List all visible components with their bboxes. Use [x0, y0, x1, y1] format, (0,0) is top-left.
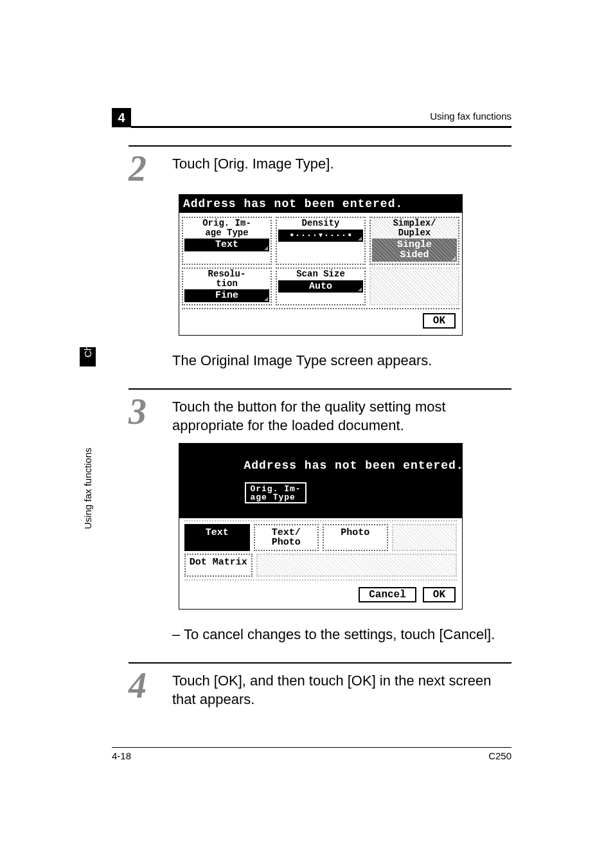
step-number: 3: [129, 393, 159, 429]
lcd1-resolution-button[interactable]: Resolu- tion Fine: [182, 267, 272, 305]
lcd2-tab-label: Orig. Im- age Type: [245, 482, 306, 503]
lcd2-header-text: Address has not been entered.: [244, 459, 463, 472]
lcd1-ok-button[interactable]: OK: [423, 313, 456, 329]
side-chapter-label: Chapter 4: [80, 347, 96, 366]
lcd2-option-blank: [392, 524, 458, 551]
step-note-text: – To cancel changes to the settings, tou…: [172, 625, 511, 644]
chapter-number-badge: 4: [112, 108, 131, 127]
lcd2-option-text-photo[interactable]: Text/ Photo: [254, 524, 319, 551]
lcd1-res-value: Fine: [184, 289, 269, 302]
lcd1-duplex-label: Simplex/ Duplex: [371, 219, 458, 237]
side-section-label: Using fax functions: [80, 512, 96, 532]
step-text: Touch [Orig. Image Type].: [172, 150, 511, 174]
lcd2-header: Address has not been entered. Orig. Im- …: [179, 444, 462, 518]
step-text: Touch [OK], and then touch [OK] in the n…: [172, 667, 511, 709]
lcd2-ok-button[interactable]: OK: [423, 587, 456, 602]
lcd1-density-button[interactable]: Density ▪····▾····▪: [276, 217, 366, 265]
lcd1-orig-image-type-button[interactable]: Orig. Im- age Type Text: [182, 217, 272, 265]
lcd1-scan-value: Auto: [278, 280, 363, 293]
lcd-screenshot-2: Address has not been entered. Orig. Im- …: [179, 443, 463, 610]
lcd2-option-dot-matrix[interactable]: Dot Matrix: [184, 554, 253, 577]
lcd2-option-photo[interactable]: Photo: [323, 524, 388, 551]
step-result-text: The Original Image Type screen appears.: [172, 351, 511, 370]
lcd1-orig-value: Text: [184, 239, 269, 251]
lcd1-density-label: Density: [277, 219, 364, 228]
lcd1-orig-label: Orig. Im- age Type: [183, 219, 271, 237]
lcd1-duplex-button[interactable]: Simplex/ Duplex Single Sided: [369, 217, 459, 265]
header-rule: [131, 126, 511, 128]
lcd-screenshot-1: Address has not been entered. Orig. Im- …: [179, 194, 463, 336]
lcd1-empty-cell: [369, 267, 459, 305]
lcd1-res-label: Resolu- tion: [183, 269, 271, 288]
lcd1-scan-label: Scan Size: [277, 269, 364, 279]
footer-page-number: 4-18: [112, 750, 131, 761]
step-number: 4: [129, 667, 159, 703]
footer-model: C250: [488, 750, 511, 761]
lcd1-scan-size-button[interactable]: Scan Size Auto: [276, 267, 366, 305]
divider: [129, 388, 511, 390]
lcd2-cancel-button[interactable]: Cancel: [359, 587, 416, 602]
step-text: Touch the button for the quality setting…: [172, 393, 511, 435]
divider: [129, 145, 511, 147]
lcd2-option-blank: [256, 554, 457, 577]
lcd1-duplex-value: Single Sided: [372, 239, 457, 262]
step-number: 2: [129, 150, 159, 186]
lcd2-option-text[interactable]: Text: [184, 524, 250, 551]
lcd1-density-value: ▪····▾····▪: [278, 230, 363, 242]
lcd1-header: Address has not been entered.: [179, 195, 462, 213]
divider: [129, 662, 511, 664]
running-header-title: Using fax functions: [430, 111, 511, 122]
